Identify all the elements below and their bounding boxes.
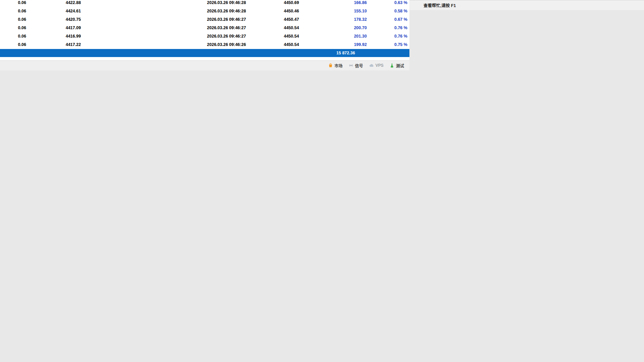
deal-cell: 201.30 <box>301 34 369 39</box>
deal-cell: 200.70 <box>301 25 369 30</box>
deal-cell: 0.67 % <box>369 17 409 22</box>
signal-icon <box>349 63 353 68</box>
market-panel-button[interactable]: 市场 <box>328 63 343 68</box>
deal-cell: 0.58 % <box>369 9 409 13</box>
deal-cell: 0.75 % <box>369 42 409 47</box>
deal-cell: 0.06 <box>0 42 28 47</box>
history-row[interactable]: 2026.03.26 09:15:35xauusd.c335594793buy0… <box>0 15 409 24</box>
deal-cell: 2026.03.26 09:46:27 <box>189 17 248 22</box>
toolbox-tab-bar: 交易敞口历史新闻邮箱10经济日历公司预警文章代码库专家日志 市场信号VPS测试 <box>0 60 409 70</box>
account-summary-bar: 盈利: 15 818.46信用: 0.00入金: 50 000.00提款: 0.… <box>0 49 409 57</box>
deal-cell: 2026.03.26 09:46:27 <box>189 25 248 30</box>
signal-panel-button[interactable]: 信号 <box>349 63 363 68</box>
history-row[interactable]: 2026.03.26 09:15:55xauusd.c335601740buy0… <box>0 32 409 41</box>
deal-cell: 2026.03.26 09:46:28 <box>189 9 248 13</box>
deal-cell: 4450.47 <box>248 17 301 22</box>
history-row[interactable]: 2026.03.26 09:16:02xauusd.c335602312buy0… <box>0 41 409 49</box>
status-help-text: 查看帮忙,请按 F1 <box>409 2 644 8</box>
deal-cell: 4416.99 <box>28 34 83 39</box>
deal-cell: 155.10 <box>301 9 369 13</box>
deal-cell: 4450.69 <box>248 0 301 5</box>
deal-cell: 4422.88 <box>28 0 83 5</box>
deal-cell: 0.76 % <box>369 34 409 39</box>
deal-cell: 4420.75 <box>28 17 83 22</box>
deal-cell: 4450.54 <box>248 42 301 47</box>
history-table-body: 2026.03.26 09:14:13xauusd.c335582933buy0… <box>0 0 409 49</box>
deal-cell: 4417.22 <box>28 42 83 47</box>
deal-cell: 0.06 <box>0 0 28 5</box>
vps-icon <box>369 63 374 68</box>
deal-cell: 199.92 <box>301 42 369 47</box>
toolbox-tab-日志[interactable]: 日志 <box>0 61 2 70</box>
deal-cell: 0.63 % <box>369 0 409 5</box>
market-icon <box>328 63 333 68</box>
history-row[interactable]: 2026.03.26 09:15:27xauusd.c335593434buy0… <box>0 7 409 15</box>
deal-cell: 4450.46 <box>248 9 301 13</box>
deal-cell: 0.06 <box>0 17 28 22</box>
deal-cell: 4450.54 <box>248 34 301 39</box>
deal-cell: 2026.03.26 09:46:27 <box>189 34 248 39</box>
history-row[interactable]: 2026.03.26 09:15:22xauusd.c335593154buy0… <box>0 0 409 7</box>
toolbox-panel: ✕ 工具箱 时间交易品种订单号类型交易量▴价位止损止盈时间价位盈利变更 2026… <box>0 0 409 70</box>
test-panel-button[interactable]: 测试 <box>390 63 404 68</box>
history-row[interactable]: 2026.03.26 09:15:41xauusd.c335599703buy0… <box>0 24 409 32</box>
deal-cell: 4450.54 <box>248 25 301 30</box>
statusbar: 查看帮忙,请按 F1 Default 3568 / 20 Kb <box>409 0 644 10</box>
deal-cell: 0.06 <box>0 9 28 13</box>
vps-panel-button[interactable]: VPS <box>369 63 384 68</box>
deal-cell: 178.32 <box>301 17 369 22</box>
deal-cell: 4424.61 <box>28 9 83 13</box>
deal-cell: 166.86 <box>301 0 369 5</box>
deal-cell: 4417.09 <box>28 25 83 30</box>
mt5-window: EC 82062039 - ECMarketsLtd-MT5-Live02: 只… <box>0 0 10 10</box>
deal-cell: 2026.03.26 09:46:26 <box>189 42 248 47</box>
deal-cell: 0.06 <box>0 25 28 30</box>
test-icon <box>390 63 394 68</box>
summary-total: 15 872.36 <box>336 51 355 55</box>
deal-cell: 0.76 % <box>369 25 409 30</box>
deal-cell: 0.06 <box>0 34 28 39</box>
deal-cell: 2026.03.26 09:46:28 <box>189 0 248 5</box>
